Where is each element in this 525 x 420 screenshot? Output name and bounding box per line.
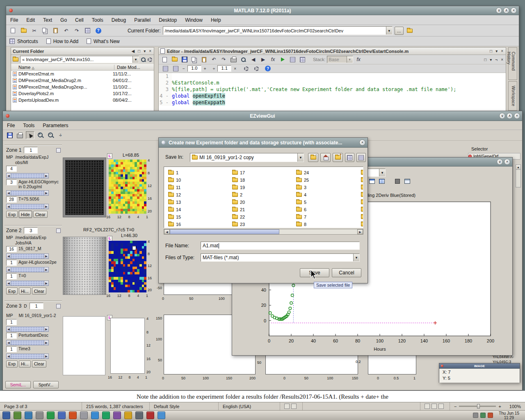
zone-popout-icon[interactable] [56,148,61,153]
file-row[interactable]: DMPexcel2mat_MediaDrug2.m04/01/2... [11,77,154,84]
close-icon[interactable]: × [500,57,504,62]
zone2-field[interactable]: 3 [24,227,38,234]
find-icon[interactable] [239,56,248,64]
new-icon[interactable] [160,56,169,64]
save-icon[interactable] [5,131,14,139]
folder-item[interactable]: 20 [232,199,245,205]
folder-item-partial[interactable] [361,192,363,198]
back-icon[interactable]: ◀ [249,56,258,64]
grid-view-icon[interactable] [378,178,386,185]
language-selector[interactable]: English (USA) [219,402,280,410]
semilog-button[interactable]: SemiL... [5,381,31,388]
up-folder-icon[interactable] [406,27,414,34]
paste-icon[interactable] [200,56,208,64]
zone-value-field[interactable]: 3 [6,179,17,185]
slider-left-arrow[interactable]: ◀ [6,354,11,359]
file-table-header[interactable]: Name △ Date Mod... [11,64,154,71]
taskbar-app-14[interactable] [146,411,154,419]
list-view-button[interactable] [356,153,366,162]
dock-icon[interactable]: ◀ [130,49,135,53]
panel-menu-icon[interactable]: ▾ [143,49,146,53]
close-button[interactable]: × [511,7,517,14]
folder-item[interactable]: 18 [232,177,245,183]
menu-debug[interactable]: Debug [107,16,130,24]
stack-combo[interactable]: Base ▾ [327,56,353,63]
window-menu-icon[interactable] [9,9,13,12]
taskbar-app-8[interactable] [80,411,88,419]
tray-icon-1[interactable] [473,413,478,418]
menu-text[interactable]: Text [39,16,56,24]
current-folder-combo[interactable]: /media/data/EASY/InovImager_jwrCF_WINLin… [163,26,393,35]
menu-tools[interactable]: Tools [88,16,107,24]
editor-header[interactable]: Editor - /media/data/EASY/InovImager_jwr… [159,48,506,55]
run-icon[interactable] [278,56,287,64]
folder-item-partial[interactable] [361,177,363,183]
home-button[interactable] [320,153,331,162]
close-button[interactable]: × [504,159,510,165]
taskbar-app-5[interactable] [47,411,55,419]
horizontal-scrollbar[interactable]: ◀ ▶ [164,229,363,235]
minimize-button[interactable]: ∨ [497,159,503,165]
dropdown-icon[interactable]: ▾ [132,56,139,63]
breadcrumb-combo[interactable]: « InovImager_jwrCF_WINLinx150... ▾ [20,56,139,63]
redo-icon[interactable]: ↷ [73,27,81,34]
close-button[interactable]: × [359,139,365,146]
taskbar-app-6[interactable] [58,411,66,419]
zoom-out-icon[interactable]: − [454,404,457,409]
image-view-icon[interactable] [394,178,401,185]
zoom-in-icon[interactable]: + [36,131,45,139]
window-menu-icon[interactable] [6,114,9,118]
slider-right-arrow[interactable]: ▶ [44,204,49,209]
fx-icon[interactable]: fx [269,56,277,64]
column-name[interactable]: Name △ [11,65,114,70]
slider-track[interactable] [11,253,44,259]
menu-window[interactable]: Window [181,16,207,24]
slider-left-arrow[interactable]: ◀ [6,340,11,345]
zoom-out-icon[interactable]: − [46,131,55,139]
image-titlebar[interactable]: IMAGE [439,363,520,369]
hide-button[interactable]: Hi... [19,361,31,368]
folder-item[interactable]: 13 [168,199,181,205]
menu-icon[interactable]: ▾ [489,57,493,62]
folder-list[interactable]: 1101112131415161718192202122232425345678 [164,167,363,228]
slider-left-arrow[interactable]: ◀ [6,281,11,286]
scroll-up-icon[interactable]: ▲ [516,165,520,170]
zone-slider[interactable]: ◀▶ [6,253,49,259]
taskbar-app-10[interactable] [102,411,110,419]
zoom-in-icon[interactable]: + [498,404,501,409]
zone-value-field[interactable]: 1 [6,273,17,279]
panel-menu-icon[interactable]: ▾ [495,49,498,53]
slider-left-arrow[interactable]: ◀ [6,204,11,209]
slider-track[interactable] [11,326,44,332]
redo-icon[interactable]: ↷ [219,56,228,64]
slider-right-arrow[interactable]: ▶ [44,267,49,272]
save-icon[interactable] [180,56,189,64]
menu-cell[interactable]: Cell [71,16,88,24]
menu-tools[interactable]: Tools [19,121,39,130]
new-script-icon[interactable] [9,27,17,34]
hide-button[interactable]: Hi... [19,288,31,294]
clear-button[interactable]: Clear [32,288,46,294]
value-field-2[interactable]: 1.1 [217,65,231,72]
ezview-titlebar[interactable]: EZviewGui ∨ ∧ × [3,111,522,121]
menu-edit[interactable]: Edit [22,16,39,24]
up-one-level-button[interactable]: ↑ [308,153,318,162]
tab-command-history[interactable]: Command History [508,47,517,80]
zone-value-field[interactable]: 1 [6,260,17,266]
file-row[interactable]: DMPexcel2mat.m11/11/2... [11,71,154,77]
zoom-slider[interactable]: − + [450,402,505,410]
slider-right-arrow[interactable]: ▶ [44,281,49,286]
cut-icon[interactable]: ✂ [30,27,39,34]
print-icon[interactable] [229,56,238,64]
taskbar-app-15[interactable] [158,411,165,419]
menu-help[interactable]: Help [207,16,225,24]
zone-popout-icon[interactable] [56,228,61,233]
save-in-combo[interactable]: MI 16_0919_yor1-2 copy ▾ [190,153,304,162]
zone-slider[interactable]: ◀▶ [6,326,49,332]
zone-slider[interactable]: ◀▶ [6,354,49,359]
multi-page-view-icon[interactable] [431,404,437,409]
book-view-icon[interactable] [438,404,444,409]
zone-popout-icon[interactable] [56,304,61,308]
exp-button[interactable]: Exp [6,288,18,294]
l-marker-icon[interactable]: L [107,153,112,159]
